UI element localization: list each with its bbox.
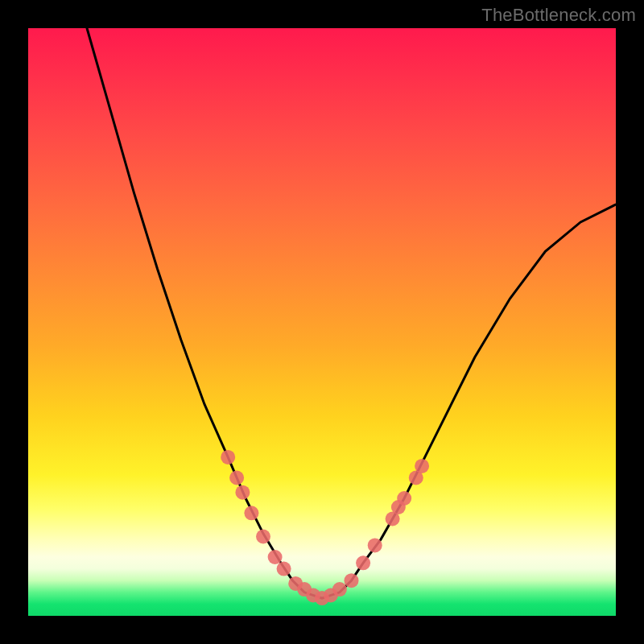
data-marker [368, 538, 382, 552]
data-marker [277, 562, 291, 576]
chart-frame: TheBottleneck.com [0, 0, 644, 644]
watermark-text: TheBottleneck.com [481, 5, 636, 26]
data-marker [256, 530, 270, 544]
data-marker [229, 471, 244, 485]
data-marker [244, 506, 258, 520]
data-marker [345, 573, 359, 588]
data-marker [356, 555, 370, 570]
plot-area [28, 28, 616, 616]
data-marker [332, 582, 347, 597]
data-markers [221, 450, 429, 605]
data-marker [235, 485, 250, 500]
chart-svg [28, 28, 616, 616]
data-marker [415, 459, 429, 473]
data-marker [268, 550, 283, 564]
data-marker [397, 491, 411, 506]
data-marker [221, 450, 235, 464]
bottleneck-curve [87, 28, 616, 598]
